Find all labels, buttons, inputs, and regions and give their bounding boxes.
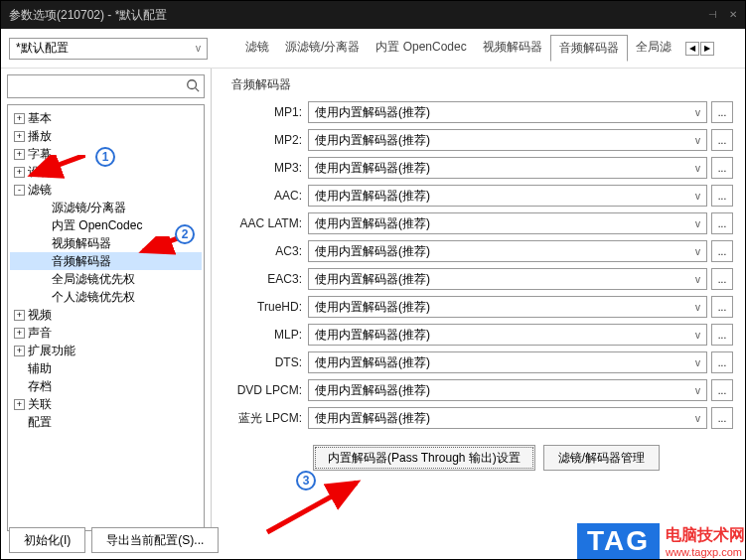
decoder-options-button[interactable]: ... <box>711 296 733 318</box>
decoder-row-11: 蓝光 LPCM:使用内置解码器(推荐)v... <box>224 407 733 429</box>
tab-0[interactable]: 滤镜 <box>237 35 277 62</box>
decoder-label: MP3: <box>224 161 308 175</box>
decoder-options-button[interactable]: ... <box>711 101 733 123</box>
search-input[interactable] <box>12 79 186 93</box>
decoder-select[interactable]: 使用内置解码器(推荐)v <box>308 212 707 234</box>
svg-line-1 <box>196 87 200 91</box>
tab-bar: 滤镜源滤镜/分离器内置 OpenCodec视频解码器音频解码器全局滤 <box>237 35 679 62</box>
footer: 初始化(I) 导出当前配置(S)... <box>9 527 219 553</box>
decoder-select[interactable]: 使用内置解码器(推荐)v <box>308 379 707 401</box>
initialize-button[interactable]: 初始化(I) <box>9 527 85 553</box>
expand-icon[interactable]: + <box>14 149 25 160</box>
decoder-label: EAC3: <box>224 272 308 286</box>
tree-item-9[interactable]: 全局滤镜优先权 <box>10 270 202 288</box>
tree-label: 全局滤镜优先权 <box>52 270 135 288</box>
tree-item-11[interactable]: +视频 <box>10 306 202 324</box>
tree-item-0[interactable]: +基本 <box>10 109 202 127</box>
tree-item-10[interactable]: 个人滤镜优先权 <box>10 288 202 306</box>
decoder-select[interactable]: 使用内置解码器(推荐)v <box>308 296 707 318</box>
decoder-options-button[interactable]: ... <box>711 268 733 290</box>
expand-icon[interactable]: + <box>14 131 25 142</box>
tree-label: 个人滤镜优先权 <box>52 288 135 306</box>
tab-1[interactable]: 源滤镜/分离器 <box>277 35 368 62</box>
scroll-right-icon[interactable]: ▶ <box>700 42 714 56</box>
decoder-rows: MP1:使用内置解码器(推荐)v...MP2:使用内置解码器(推荐)v...MP… <box>224 101 733 429</box>
tree-item-7[interactable]: 视频解码器 <box>10 234 202 252</box>
passthrough-button[interactable]: 内置解码器(Pass Through 输出)设置 <box>313 445 535 471</box>
expand-icon[interactable]: + <box>14 113 25 124</box>
sidebar: +基本+播放+字幕+设备-滤镜源滤镜/分离器内置 OpenCodec视频解码器音… <box>1 69 212 535</box>
decoder-label: DVD LPCM: <box>224 383 308 397</box>
decoder-select[interactable]: 使用内置解码器(推荐)v <box>308 157 707 179</box>
decoder-select[interactable]: 使用内置解码器(推荐)v <box>308 324 707 346</box>
tree-label: 关联 <box>28 395 52 413</box>
chevron-down-icon: v <box>695 135 700 146</box>
expand-icon[interactable]: + <box>14 328 25 339</box>
decoder-label: TrueHD: <box>224 300 308 314</box>
decoder-options-button[interactable]: ... <box>711 324 733 346</box>
manage-filters-button[interactable]: 滤镜/解码器管理 <box>543 445 660 471</box>
decoder-select[interactable]: 使用内置解码器(推荐)v <box>308 129 707 151</box>
close-icon[interactable]: ✕ <box>729 1 737 29</box>
decoder-options-button[interactable]: ... <box>711 212 733 234</box>
expand-icon[interactable]: + <box>14 346 25 356</box>
decoder-label: MLP: <box>224 328 308 342</box>
decoder-select[interactable]: 使用内置解码器(推荐)v <box>308 351 707 373</box>
annotation-badge-2: 2 <box>175 224 195 244</box>
annotation-badge-3: 3 <box>296 471 316 490</box>
decoder-select[interactable]: 使用内置解码器(推荐)v <box>308 185 707 207</box>
config-selected: *默认配置 <box>16 40 69 57</box>
annotation-badge-1: 1 <box>95 147 115 167</box>
scroll-left-icon[interactable]: ◀ <box>685 42 699 56</box>
collapse-icon[interactable]: - <box>14 185 25 196</box>
decoder-options-button[interactable]: ... <box>711 379 733 401</box>
tree-label: 设备 <box>28 163 52 181</box>
decoder-value: 使用内置解码器(推荐) <box>315 243 430 260</box>
tab-2[interactable]: 内置 OpenCodec <box>368 35 474 62</box>
decoder-value: 使用内置解码器(推荐) <box>315 271 430 288</box>
export-config-button[interactable]: 导出当前配置(S)... <box>91 527 219 553</box>
tree-item-17[interactable]: 配置 <box>10 413 202 431</box>
tab-3[interactable]: 视频解码器 <box>475 35 550 62</box>
tree-item-5[interactable]: 源滤镜/分离器 <box>10 199 202 216</box>
decoder-label: MP2: <box>224 133 308 147</box>
config-dropdown[interactable]: *默认配置 v <box>9 38 208 60</box>
decoder-options-button[interactable]: ... <box>711 129 733 151</box>
tree-item-14[interactable]: 辅助 <box>10 359 202 377</box>
expand-icon[interactable]: + <box>14 167 25 178</box>
decoder-select[interactable]: 使用内置解码器(推荐)v <box>308 268 707 290</box>
tab-5[interactable]: 全局滤 <box>628 35 679 62</box>
tree-item-6[interactable]: 内置 OpenCodec <box>10 216 202 234</box>
chevron-down-icon: v <box>695 163 700 174</box>
tree-item-13[interactable]: +扩展功能 <box>10 342 202 359</box>
tree-item-1[interactable]: +播放 <box>10 127 202 145</box>
tree-item-4[interactable]: -滤镜 <box>10 181 202 199</box>
decoder-row-2: MP3:使用内置解码器(推荐)v... <box>224 157 733 179</box>
decoder-options-button[interactable]: ... <box>711 157 733 179</box>
decoder-options-button[interactable]: ... <box>711 240 733 262</box>
search-box[interactable] <box>7 74 205 98</box>
expand-icon[interactable]: + <box>14 399 25 410</box>
decoder-options-button[interactable]: ... <box>711 407 733 429</box>
expand-icon[interactable]: + <box>14 310 25 321</box>
tab-4[interactable]: 音频解码器 <box>550 35 628 62</box>
chevron-down-icon: v <box>695 330 700 341</box>
decoder-value: 使用内置解码器(推荐) <box>315 299 430 316</box>
decoder-select[interactable]: 使用内置解码器(推荐)v <box>308 101 707 123</box>
chevron-down-icon: v <box>695 302 700 313</box>
decoder-select[interactable]: 使用内置解码器(推荐)v <box>308 240 707 262</box>
decoder-options-button[interactable]: ... <box>711 351 733 373</box>
decoder-options-button[interactable]: ... <box>711 185 733 207</box>
decoder-row-7: TrueHD:使用内置解码器(推荐)v... <box>224 296 733 318</box>
tree-item-16[interactable]: +关联 <box>10 395 202 413</box>
decoder-label: AAC: <box>224 189 308 203</box>
search-icon[interactable] <box>186 78 200 95</box>
pin-icon[interactable]: ⊣ <box>708 1 717 29</box>
decoder-value: 使用内置解码器(推荐) <box>315 104 430 121</box>
tree-item-8[interactable]: 音频解码器 <box>10 252 202 270</box>
tree-item-12[interactable]: +声音 <box>10 324 202 342</box>
decoder-select[interactable]: 使用内置解码器(推荐)v <box>308 407 707 429</box>
tree-item-15[interactable]: 存档 <box>10 377 202 395</box>
tree-label: 字幕 <box>28 145 52 163</box>
content-panel: 音频解码器 MP1:使用内置解码器(推荐)v...MP2:使用内置解码器(推荐)… <box>212 69 745 535</box>
